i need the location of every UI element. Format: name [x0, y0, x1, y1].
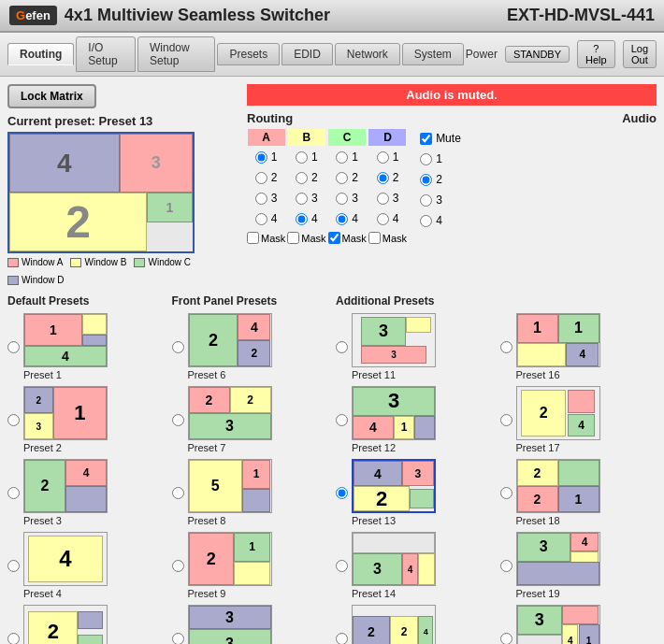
radio-a-4[interactable]: 4: [255, 209, 278, 228]
preset-thumb-17[interactable]: 2 4: [516, 386, 600, 440]
logout-button[interactable]: Log Out: [623, 40, 657, 68]
preset-radio-1[interactable]: [7, 341, 20, 353]
preset-thumb-19[interactable]: 3 4: [516, 532, 600, 586]
tab-window-setup[interactable]: Window Setup: [137, 36, 215, 72]
preset-thumb-14[interactable]: 3 4: [352, 532, 436, 586]
preset-thumb-11[interactable]: 3 3: [352, 313, 436, 367]
preset-thumb-8[interactable]: 5 1: [188, 459, 272, 513]
preset-row-13: 4 2 3 Preset 13: [336, 459, 493, 526]
tab-system[interactable]: System: [402, 43, 464, 65]
standby-button[interactable]: STANDBY: [505, 46, 570, 63]
radio-c-2[interactable]: 2: [336, 168, 358, 187]
radio-a-2[interactable]: 2: [255, 168, 278, 187]
mask-d[interactable]: Mask: [368, 232, 407, 244]
routing-grid: A 1 2 3 4 Mask B 1 2 3 4 Mask: [247, 129, 407, 244]
radio-d-2[interactable]: 2: [377, 168, 399, 187]
preset-group-title-additional: Additional Presets: [336, 294, 493, 308]
preset-radio-16[interactable]: [500, 341, 512, 353]
preset-group-extra: 1 1 4 Preset 16 2: [500, 294, 657, 644]
radio-b-1[interactable]: 1: [296, 148, 318, 166]
preset-group-title-default: Default Presets: [7, 294, 165, 308]
preset-row-6: 2 4 2 Preset 6: [172, 313, 329, 380]
tab-io-setup[interactable]: I/O Setup: [76, 36, 136, 72]
audio-radio-1[interactable]: 1: [420, 150, 442, 168]
preset-thumb-20[interactable]: 3 4 1: [516, 605, 600, 644]
mask-b[interactable]: Mask: [287, 232, 325, 244]
legend-color-d: [7, 276, 19, 285]
preset-radio-19[interactable]: [500, 560, 512, 572]
tab-network[interactable]: Network: [335, 43, 400, 65]
preset-radio-2[interactable]: [7, 414, 20, 426]
preset-row-7: 2 2 3 Preset 7: [172, 386, 329, 453]
preset-name-7: Preset 7: [188, 442, 226, 453]
lock-matrix-button[interactable]: Lock Matrix: [7, 84, 96, 108]
preset-radio-8[interactable]: [172, 487, 184, 499]
radio-a-3[interactable]: 3: [255, 189, 278, 208]
preset-item-16: 1 1 4 Preset 16: [516, 313, 600, 380]
preset-radio-20[interactable]: [500, 633, 512, 645]
presets-section: Default Presets 1 4 Preset 1: [7, 294, 657, 644]
preset-radio-11[interactable]: [336, 341, 348, 353]
preset-thumb-10[interactable]: 3 3: [188, 605, 272, 644]
preset-radio-9[interactable]: [172, 560, 184, 572]
preset-radio-10[interactable]: [172, 633, 184, 645]
preset-radio-6[interactable]: [172, 341, 184, 353]
preset-thumb-7[interactable]: 2 2 3: [188, 386, 272, 440]
current-preset-label: Current preset: Preset 13: [7, 114, 232, 128]
preset-name-12: Preset 12: [352, 442, 396, 453]
preset-thumb-18[interactable]: 2 2 1: [516, 459, 600, 513]
tab-presets[interactable]: Presets: [217, 43, 280, 65]
preset-thumb-1[interactable]: 1 4: [23, 313, 108, 367]
preset-radio-15[interactable]: [336, 633, 348, 645]
audio-radio-3[interactable]: 3: [420, 191, 442, 209]
preset-item-6: 2 4 2 Preset 6: [188, 313, 272, 380]
preset-radio-17[interactable]: [500, 414, 512, 426]
radio-d-4[interactable]: 4: [377, 209, 399, 228]
preset-row-12: 3 4 1 Preset 12: [336, 386, 493, 453]
preset-thumb-12[interactable]: 3 4 1: [352, 386, 436, 440]
preset-radio-18[interactable]: [500, 487, 512, 499]
preset-thumb-16[interactable]: 1 1 4: [516, 313, 600, 367]
audio-mute-checkbox[interactable]: Mute: [420, 129, 461, 148]
legend-label-a: Window A: [22, 257, 63, 267]
mask-c[interactable]: Mask: [328, 232, 367, 244]
radio-a-1[interactable]: 1: [255, 148, 278, 166]
radio-c-1[interactable]: 1: [336, 148, 358, 166]
preset-thumb-2[interactable]: 2 1 3: [23, 386, 108, 440]
preset-item-18: 2 2 1 Preset 18: [516, 459, 600, 526]
radio-d-1[interactable]: 1: [377, 148, 399, 166]
preset-row-11: 3 3 Preset 11: [336, 313, 493, 380]
preset-thumb-6[interactable]: 2 4 2: [188, 313, 272, 367]
audio-radio-4[interactable]: 4: [420, 211, 442, 230]
preset-name-14: Preset 14: [352, 588, 396, 599]
radio-c-3[interactable]: 3: [336, 189, 358, 208]
tab-edid[interactable]: EDID: [281, 43, 333, 65]
preset-radio-7[interactable]: [172, 414, 184, 426]
preset-thumb-3[interactable]: 2 4: [23, 459, 108, 513]
main-content: Lock Matrix Current preset: Preset 13 4 …: [0, 77, 664, 644]
radio-c-4[interactable]: 4: [336, 209, 358, 228]
preset-thumb-9[interactable]: 2 1: [188, 532, 272, 586]
radio-d-3[interactable]: 3: [377, 189, 399, 208]
radio-b-2[interactable]: 2: [296, 168, 318, 187]
help-button[interactable]: ? Help: [577, 40, 615, 68]
preset-thumb-5[interactable]: 2: [23, 605, 108, 644]
preset-item-5: 2 Preset 5: [23, 605, 108, 644]
preset-radio-5[interactable]: [7, 633, 20, 645]
radio-b-4[interactable]: 4: [296, 209, 318, 228]
radio-b-3[interactable]: 3: [296, 189, 318, 208]
preset-radio-14[interactable]: [336, 560, 348, 572]
power-label: Power: [466, 48, 498, 61]
preset-thumb-15[interactable]: 2 2 4: [352, 605, 436, 644]
preset-radio-4[interactable]: [7, 560, 20, 572]
tab-routing[interactable]: Routing: [7, 43, 74, 65]
preset-radio-12[interactable]: [336, 414, 348, 426]
audio-radio-2[interactable]: 2: [420, 170, 442, 189]
preset-thumb-4[interactable]: 4: [23, 532, 108, 586]
preset-radio-13[interactable]: [336, 487, 348, 499]
gefen-logo: Gefen: [9, 6, 57, 25]
preset-thumb-13[interactable]: 4 2 3: [352, 459, 436, 513]
preset-radio-3[interactable]: [7, 487, 20, 499]
mask-a[interactable]: Mask: [247, 232, 285, 244]
preset-group-front-panel: Front Panel Presets 2 4 2 Preset 6: [172, 294, 329, 644]
